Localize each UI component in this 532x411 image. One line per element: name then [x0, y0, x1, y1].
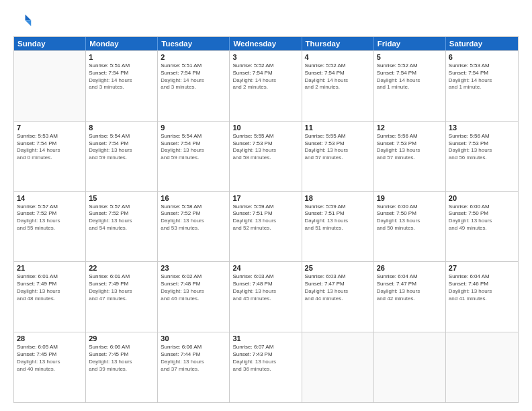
- cell-info-line: Sunrise: 5:56 AM: [377, 133, 443, 140]
- day-number: 17: [232, 194, 298, 202]
- cell-info-line: Sunset: 7:54 PM: [89, 70, 154, 77]
- cell-info-line: and 40 minutes.: [17, 366, 83, 373]
- cell-info-line: and 2 minutes.: [232, 84, 298, 91]
- calendar-cell: 3Sunrise: 5:52 AMSunset: 7:54 PMDaylight…: [230, 51, 302, 121]
- day-number: 16: [161, 194, 226, 202]
- calendar-cell: 14Sunrise: 5:57 AMSunset: 7:52 PMDayligh…: [14, 192, 86, 262]
- cell-info-line: Sunset: 7:54 PM: [161, 70, 226, 77]
- cell-info-line: and 2 minutes.: [305, 84, 371, 91]
- cell-info-line: Daylight: 13 hours: [377, 218, 443, 225]
- cell-info-line: and 41 minutes.: [449, 295, 515, 303]
- cell-info-line: and 36 minutes.: [232, 366, 298, 373]
- cell-info-line: Daylight: 13 hours: [89, 218, 154, 225]
- cell-info-line: Sunrise: 6:02 AM: [161, 273, 226, 281]
- cell-info-line: Sunset: 7:53 PM: [377, 140, 443, 148]
- day-number: 20: [449, 194, 515, 202]
- cell-info-line: Sunset: 7:54 PM: [377, 70, 443, 77]
- cell-info-line: Daylight: 13 hours: [377, 288, 443, 295]
- cell-info-line: Sunrise: 5:53 AM: [17, 133, 83, 140]
- calendar-cell: 27Sunrise: 6:04 AMSunset: 7:46 PMDayligh…: [446, 262, 518, 332]
- cell-info-line: Daylight: 13 hours: [17, 218, 83, 225]
- calendar-cell: 23Sunrise: 6:02 AMSunset: 7:48 PMDayligh…: [158, 262, 230, 332]
- calendar-cell: [374, 332, 446, 402]
- cell-info-line: Daylight: 14 hours: [17, 147, 83, 154]
- calendar-cell: 7Sunrise: 5:53 AMSunset: 7:54 PMDaylight…: [14, 122, 86, 191]
- calendar-cell: 19Sunrise: 6:00 AMSunset: 7:50 PMDayligh…: [374, 192, 446, 262]
- cell-info-line: Sunset: 7:48 PM: [161, 281, 226, 288]
- calendar-header: SundayMondayTuesdayWednesdayThursdayFrid…: [14, 37, 518, 50]
- cell-info-line: Sunset: 7:53 PM: [232, 140, 298, 148]
- cell-info-line: Sunrise: 5:51 AM: [89, 62, 154, 70]
- cell-info-line: Daylight: 13 hours: [161, 288, 226, 295]
- cell-info-line: Sunset: 7:45 PM: [89, 351, 154, 359]
- cell-info-line: and 1 minute.: [377, 84, 443, 91]
- day-number: 26: [377, 264, 443, 272]
- cell-info-line: Sunrise: 6:05 AM: [17, 344, 83, 351]
- calendar-cell: 4Sunrise: 5:52 AMSunset: 7:54 PMDaylight…: [302, 51, 374, 121]
- cell-info-line: Daylight: 13 hours: [161, 218, 226, 225]
- weekday-header: Saturday: [446, 37, 518, 50]
- cell-info-line: Sunset: 7:54 PM: [89, 140, 154, 148]
- day-number: 18: [305, 194, 371, 202]
- weekday-header: Friday: [374, 37, 446, 50]
- cell-info-line: Sunrise: 5:52 AM: [232, 62, 298, 70]
- cell-info-line: Daylight: 13 hours: [305, 147, 371, 154]
- cell-info-line: Sunrise: 6:04 AM: [377, 273, 443, 281]
- cell-info-line: and 56 minutes.: [449, 154, 515, 162]
- cell-info-line: Daylight: 13 hours: [377, 147, 443, 154]
- calendar-cell: 21Sunrise: 6:01 AMSunset: 7:49 PMDayligh…: [14, 262, 86, 332]
- calendar-cell: 17Sunrise: 5:59 AMSunset: 7:51 PMDayligh…: [230, 192, 302, 262]
- calendar-cell: [302, 332, 374, 402]
- calendar-cell: 26Sunrise: 6:04 AMSunset: 7:47 PMDayligh…: [374, 262, 446, 332]
- cell-info-line: Sunrise: 5:54 AM: [161, 133, 226, 140]
- cell-info-line: Daylight: 13 hours: [449, 147, 515, 154]
- cell-info-line: and 57 minutes.: [377, 154, 443, 162]
- cell-info-line: Daylight: 13 hours: [305, 218, 371, 225]
- day-number: 15: [89, 194, 154, 202]
- day-number: 5: [377, 53, 443, 61]
- day-number: 25: [305, 264, 371, 272]
- day-number: 12: [377, 124, 443, 132]
- cell-info-line: Sunrise: 5:52 AM: [305, 62, 371, 70]
- day-number: 2: [161, 53, 226, 61]
- calendar-cell: 22Sunrise: 6:01 AMSunset: 7:49 PMDayligh…: [86, 262, 158, 332]
- cell-info-line: and 49 minutes.: [449, 225, 515, 232]
- day-number: 23: [161, 264, 226, 272]
- calendar-cell: 10Sunrise: 5:55 AMSunset: 7:53 PMDayligh…: [230, 122, 302, 191]
- cell-info-line: Daylight: 13 hours: [232, 288, 298, 295]
- cell-info-line: Daylight: 13 hours: [305, 288, 371, 295]
- cell-info-line: Sunset: 7:47 PM: [377, 281, 443, 288]
- cell-info-line: and 50 minutes.: [377, 225, 443, 232]
- cell-info-line: and 3 minutes.: [161, 84, 226, 91]
- day-number: 29: [89, 334, 154, 342]
- cell-info-line: and 44 minutes.: [305, 295, 371, 303]
- weekday-header: Sunday: [14, 37, 86, 50]
- svg-marker-0: [26, 15, 32, 21]
- calendar-cell: 11Sunrise: 5:55 AMSunset: 7:53 PMDayligh…: [302, 122, 374, 191]
- cell-info-line: Daylight: 13 hours: [449, 218, 515, 225]
- cell-info-line: Sunrise: 6:01 AM: [89, 273, 154, 281]
- cell-info-line: Daylight: 13 hours: [232, 147, 298, 154]
- calendar-cell: 5Sunrise: 5:52 AMSunset: 7:54 PMDaylight…: [374, 51, 446, 121]
- cell-info-line: and 39 minutes.: [89, 366, 154, 373]
- cell-info-line: Sunset: 7:50 PM: [377, 210, 443, 218]
- calendar-cell: [446, 332, 518, 402]
- cell-info-line: and 59 minutes.: [161, 154, 226, 162]
- cell-info-line: Daylight: 13 hours: [89, 359, 154, 366]
- cell-info-line: Sunrise: 5:57 AM: [89, 203, 154, 211]
- day-number: 30: [161, 334, 226, 342]
- calendar-cell: 12Sunrise: 5:56 AMSunset: 7:53 PMDayligh…: [374, 122, 446, 191]
- cell-info-line: Daylight: 13 hours: [89, 288, 154, 295]
- logo-icon: [13, 12, 32, 31]
- cell-info-line: Sunrise: 6:03 AM: [305, 273, 371, 281]
- cell-info-line: Sunrise: 5:59 AM: [232, 203, 298, 211]
- cell-info-line: Sunrise: 5:53 AM: [449, 62, 515, 70]
- cell-info-line: Daylight: 14 hours: [89, 77, 154, 85]
- day-number: 13: [449, 124, 515, 132]
- cell-info-line: and 42 minutes.: [377, 295, 443, 303]
- day-number: 19: [377, 194, 443, 202]
- cell-info-line: and 53 minutes.: [161, 225, 226, 232]
- logo: [13, 12, 35, 31]
- cell-info-line: Sunset: 7:49 PM: [89, 281, 154, 288]
- cell-info-line: Sunset: 7:52 PM: [17, 210, 83, 218]
